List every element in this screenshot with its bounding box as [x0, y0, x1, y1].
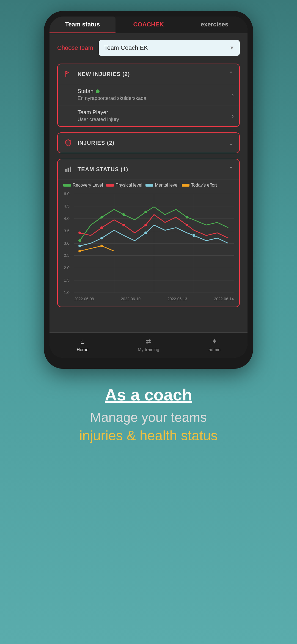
svg-point-21	[100, 245, 103, 247]
new-injuries-header[interactable]: NEW INJURIES (2) ⌃	[58, 64, 239, 84]
legend-effort: Today's effort	[182, 183, 217, 188]
svg-point-16	[78, 245, 81, 247]
chart-svg	[74, 194, 234, 293]
player-status-dot-green	[96, 89, 100, 93]
injury-description-team-player: User created injury	[78, 117, 232, 122]
injuries-title: INJURIES (2)	[78, 140, 228, 146]
injuries-toggle[interactable]: ⌄	[228, 139, 234, 147]
svg-rect-0	[65, 169, 67, 172]
legend-mental: Mental level	[145, 183, 178, 188]
new-injuries-toggle[interactable]: ⌃	[228, 70, 234, 78]
grid-label-20: 2.0	[64, 265, 70, 270]
svg-point-14	[144, 224, 147, 226]
chart-date-3: 2022-06-14	[214, 297, 234, 301]
injury-item-content-team-player: Team Player User created injury	[78, 109, 232, 122]
legend-label-mental: Mental level	[155, 183, 178, 188]
chart-date-2: 2022-06-13	[167, 297, 187, 301]
legend-color-mental	[145, 184, 153, 187]
svg-rect-2	[70, 167, 71, 172]
injuries-card: INJURIES (2) ⌄	[57, 132, 240, 153]
admin-icon: ✦	[211, 337, 218, 346]
shield-icon	[63, 138, 73, 148]
svg-point-9	[144, 211, 147, 213]
grid-label-35: 3.5	[64, 228, 70, 233]
home-icon: ⌂	[80, 337, 85, 346]
svg-point-17	[100, 237, 103, 239]
choose-team-row: Choose team Team Coach EK ▼	[57, 40, 240, 56]
grid-label-45: 4.5	[64, 204, 70, 208]
bottom-nav-training[interactable]: ⇄ My training	[116, 337, 182, 352]
chevron-down-icon: ▼	[229, 45, 234, 51]
svg-point-10	[186, 216, 188, 219]
team-dropdown[interactable]: Team Coach EK ▼	[99, 40, 240, 56]
svg-point-7	[100, 216, 103, 219]
legend-label-effort: Today's effort	[191, 183, 217, 188]
coach-title: As a coach	[55, 385, 242, 404]
svg-point-13	[122, 224, 125, 226]
injuries-header[interactable]: INJURIES (2) ⌄	[58, 133, 239, 153]
chart-date-0: 2022-06-08	[74, 297, 94, 301]
legend-color-effort	[182, 184, 189, 187]
bottom-nav-admin-label: admin	[208, 347, 221, 352]
phone-frame: Team status COACHEK exercises Choose tea…	[44, 11, 253, 369]
chart-area: 6.0 4.5 4.0 3.5 3.0 2.5 2.0 1.5 1.0	[63, 194, 234, 301]
svg-point-6	[78, 239, 81, 242]
legend-label-physical: Physical level	[116, 183, 142, 188]
injury-item-content-stefan: Stefan En nyrapporterad skulderskada	[78, 88, 232, 101]
svg-point-19	[193, 234, 195, 237]
flag-icon	[63, 69, 73, 79]
tab-exercises[interactable]: exercises	[182, 17, 248, 33]
chart-date-1: 2022-06-10	[121, 297, 141, 301]
chart-legend: Recovery Level Physical level Mental lev…	[58, 179, 239, 191]
main-content: Choose team Team Coach EK ▼ NEW INJURIES…	[50, 33, 248, 332]
svg-rect-1	[68, 168, 69, 172]
chart-dates: 2022-06-08 2022-06-10 2022-06-13 2022-06…	[74, 297, 234, 301]
injury-item-stefan[interactable]: Stefan En nyrapporterad skulderskada ›	[58, 84, 239, 105]
team-status-header[interactable]: TEAM STATUS (1) ⌃	[58, 159, 239, 179]
injury-player-team-player: Team Player	[78, 109, 232, 116]
svg-point-18	[144, 231, 147, 234]
grid-label-40: 4.0	[64, 216, 70, 221]
bar-chart-icon	[63, 164, 73, 174]
svg-point-15	[186, 224, 188, 226]
manage-text: Manage your teams	[55, 410, 242, 425]
grid-label-25: 2.5	[64, 253, 70, 258]
below-phone-section: As a coach Manage your teams injuries & …	[44, 369, 253, 460]
team-status-title: TEAM STATUS (1)	[78, 166, 228, 173]
legend-recovery: Recovery Level	[63, 183, 103, 188]
injury-player-stefan: Stefan	[78, 88, 232, 94]
chevron-right-icon-stefan: ›	[232, 92, 234, 98]
team-dropdown-value: Team Coach EK	[104, 44, 148, 51]
tab-bar: Team status COACHEK exercises	[50, 17, 248, 33]
team-status-card: TEAM STATUS (1) ⌃ Recovery Level Physica…	[57, 159, 240, 307]
legend-physical: Physical level	[106, 183, 142, 188]
svg-point-8	[122, 213, 125, 216]
chevron-right-icon-team-player: ›	[232, 113, 234, 119]
grid-label-10: 1.0	[64, 290, 70, 295]
new-injuries-title: NEW INJURIES (2)	[78, 71, 228, 77]
legend-label-recovery: Recovery Level	[73, 183, 103, 188]
injury-item-team-player[interactable]: Team Player User created injury ›	[58, 105, 239, 126]
highlight-text: injuries & health status	[55, 428, 242, 444]
grid-label-15: 1.5	[64, 278, 70, 282]
bottom-nav-home[interactable]: ⌂ Home	[50, 337, 116, 352]
choose-team-label: Choose team	[57, 44, 93, 51]
svg-point-12	[100, 226, 103, 229]
bottom-nav-admin[interactable]: ✦ admin	[182, 337, 248, 352]
chart-container: 6.0 4.5 4.0 3.5 3.0 2.5 2.0 1.5 1.0	[58, 191, 239, 307]
svg-point-11	[78, 231, 81, 234]
legend-color-recovery	[63, 184, 71, 187]
tab-coachek[interactable]: COACHEK	[116, 17, 182, 33]
bottom-nav-training-label: My training	[138, 347, 159, 352]
new-injuries-card: NEW INJURIES (2) ⌃ Stefan En nyrapporter…	[57, 64, 240, 127]
bottom-nav-home-label: Home	[77, 347, 89, 352]
svg-point-20	[78, 250, 81, 252]
phone-screen: Team status COACHEK exercises Choose tea…	[50, 17, 248, 358]
tab-team-status[interactable]: Team status	[50, 17, 116, 33]
legend-color-physical	[106, 184, 114, 187]
grid-label-60: 6.0	[64, 191, 70, 196]
bottom-nav: ⌂ Home ⇄ My training ✦ admin	[50, 332, 248, 358]
grid-label-30: 3.0	[64, 241, 70, 245]
team-status-toggle[interactable]: ⌃	[228, 165, 234, 173]
training-icon: ⇄	[145, 337, 152, 346]
